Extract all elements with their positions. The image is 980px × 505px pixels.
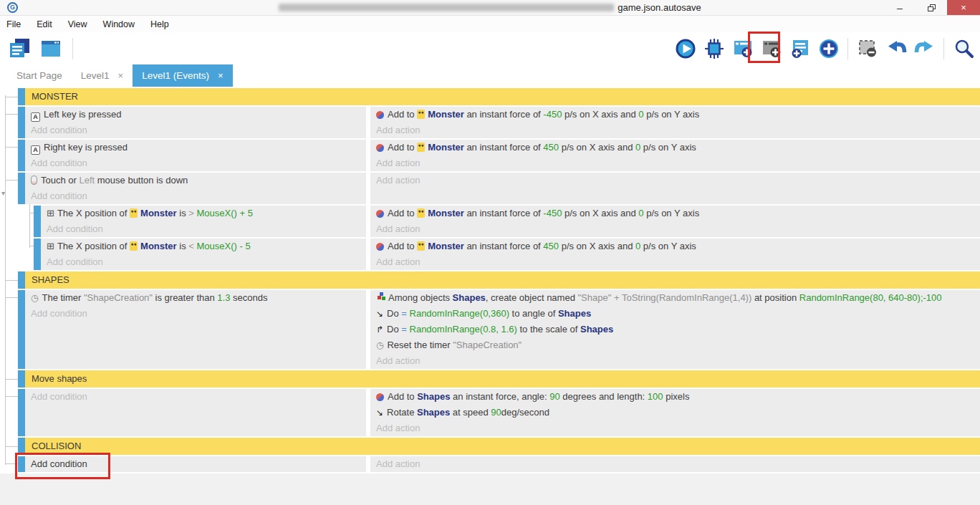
restore-button[interactable] [916,0,947,15]
debug-button[interactable] [701,35,727,62]
add-event-icon [732,38,754,59]
add-condition-link[interactable]: Add condition [25,389,366,405]
comment-label[interactable]: COLLISION [25,438,980,455]
add-action-link[interactable]: Add action [370,155,980,171]
event-handle-bar[interactable] [18,389,25,436]
text-run: MouseX() - 5 [196,241,250,251]
add-action-link[interactable]: Add action [370,456,980,472]
conditions-cell: ⊞The X position of Monster is > MouseX()… [41,206,366,237]
add-condition-link[interactable]: Add condition [25,122,366,138]
menu-help[interactable]: Help [143,19,177,29]
toolbar-separator [943,38,944,59]
add-other-event-icon [818,38,840,59]
event-handle-bar[interactable] [18,173,25,204]
action-line[interactable]: ↱Do = RandomInRange(0.8, 1.6) to the sca… [370,322,980,337]
actions-cell: Add to Monster an instant force of 450 p… [370,239,980,270]
events-sheet: MONSTERALeft key is pressedAdd condition… [0,87,980,505]
keyboard-icon: A [31,112,40,122]
tab-level1[interactable]: Level1 × [72,64,133,87]
search-button[interactable] [950,35,976,62]
add-condition-link[interactable]: Add condition [41,254,366,270]
event-row: ALeft key is pressedAdd conditionAdd to … [18,107,980,138]
add-condition-link[interactable]: Add condition [25,188,366,204]
add-other-event-button[interactable] [815,35,842,62]
menu-window[interactable]: Window [95,19,143,29]
condition-line[interactable]: Touch or Left mouse button is down [25,173,366,188]
condition-line[interactable]: ARight key is pressed [25,140,366,155]
preview-play-button[interactable] [672,35,698,62]
conditions-cell: ARight key is pressedAdd condition [25,140,366,171]
add-condition-link[interactable]: Add condition [25,456,366,472]
add-condition-link[interactable]: Add condition [25,306,366,322]
add-comment-button[interactable] [787,35,813,62]
delete-event-button[interactable] [854,35,880,62]
add-action-link[interactable]: Add action [370,254,980,270]
minimize-button[interactable]: – [884,0,916,15]
action-line[interactable]: ↘Rotate Shapes at speed 90deg/second [370,405,980,420]
action-line[interactable]: Add to Shapes an instant force, angle: 9… [370,389,980,405]
event-handle-bar[interactable] [18,456,25,472]
close-icon[interactable]: × [118,70,124,81]
add-action-link[interactable]: Add action [370,353,980,369]
project-manager-button[interactable] [6,35,32,62]
monster-icon [417,208,425,218]
tab-start-page[interactable]: Start Page [7,64,72,87]
text-run: p/s on Y axis [640,241,696,251]
condition-line[interactable]: ALeft key is pressed [25,107,366,122]
tree-connector-line [5,97,18,97]
text-run: p/s on X axis and [562,208,638,218]
text-run: Do [387,324,401,335]
tab-level1-events[interactable]: Level1 (Events) × [133,64,232,87]
add-action-link[interactable]: Add action [370,221,980,237]
condition-line[interactable]: ◷The timer "ShapeCreation" is greater th… [25,290,366,306]
event-handle-bar[interactable] [18,140,25,171]
add-action-link[interactable]: Add action [370,122,980,138]
add-event-button[interactable] [729,35,756,62]
action-line[interactable]: Add to Monster an instant force of 450 p… [370,239,980,254]
close-icon[interactable]: × [218,70,224,81]
comment-label[interactable]: MONSTER [25,88,980,105]
text-run: p/s on X axis and [562,109,638,120]
add-subevent-button[interactable] [758,35,784,62]
event-handle-bar[interactable] [34,206,41,237]
comment-label[interactable]: Move shapes [25,370,980,388]
event-handle-bar[interactable] [34,239,41,270]
close-button[interactable]: × [947,0,980,15]
tree-connector-line [5,396,18,397]
event-handle-bar[interactable] [18,370,25,388]
text-run: Monster [428,241,464,251]
scene-editor-button[interactable] [37,35,64,62]
add-condition-link[interactable]: Add condition [25,155,366,171]
undo-button[interactable] [883,35,909,62]
sub-events-group: ⊞The X position of Monster is > MouseX()… [0,206,980,270]
action-line[interactable]: Add to Monster an instant force of -450 … [370,206,980,221]
menu-edit[interactable]: Edit [29,19,60,29]
add-action-link[interactable]: Add action [370,173,980,188]
action-line[interactable]: Add to Monster an instant force of 450 p… [370,140,980,155]
scale-icon: ↱ [376,322,383,337]
event-handle-bar[interactable] [18,107,25,138]
condition-line[interactable]: ⊞The X position of Monster is > MouseX()… [41,206,366,221]
tree-connector-line [5,180,18,181]
event-handle-bar[interactable] [18,290,25,369]
menu-file[interactable]: File [0,19,29,29]
action-line[interactable]: Among objects Shapes, create object name… [370,290,980,306]
action-line[interactable]: ◷Reset the timer "ShapeCreation" [370,337,980,353]
toolbar-separator [72,38,73,59]
comment-row: COLLISION [18,438,980,455]
comment-label[interactable]: SHAPES [25,271,980,289]
event-handle-bar[interactable] [18,438,25,455]
action-line[interactable]: Add to Monster an instant force of -450 … [370,107,980,122]
add-action-link[interactable]: Add action [370,420,980,436]
event-handle-bar[interactable] [18,88,25,105]
event-handle-bar[interactable] [18,271,25,289]
add-condition-link[interactable]: Add condition [41,221,366,237]
condition-line[interactable]: ⊞The X position of Monster is < MouseX()… [41,239,366,254]
action-line[interactable]: ↘Do = RandomInRange(0,360) to angle of S… [370,306,980,322]
event-row: ◷The timer "ShapeCreation" is greater th… [18,290,980,369]
redo-button[interactable] [911,35,938,62]
actions-cell: Add to Monster an instant force of -450 … [370,107,980,138]
collapse-arrow-icon[interactable]: ▾ [1,190,5,197]
menu-view[interactable]: View [60,19,95,29]
search-icon [953,38,974,59]
